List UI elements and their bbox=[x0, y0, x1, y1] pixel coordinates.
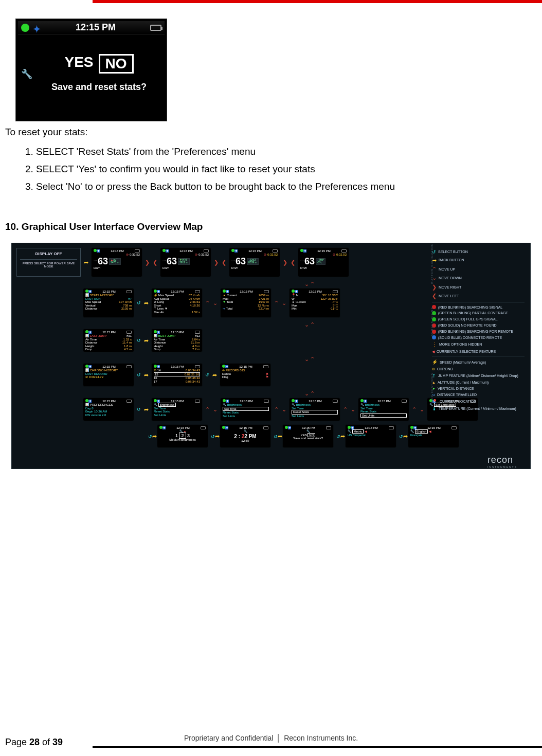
steps-list: SELECT 'Reset Stats' from the 'Preferenc… bbox=[36, 143, 537, 195]
battery-icon bbox=[150, 25, 161, 31]
back-icon: ➦ bbox=[144, 300, 149, 307]
preferences-tile: ✦12:15 PM 📊 PREFERENCES Day 8 Begin 10:2… bbox=[83, 398, 134, 421]
gps-temp-tile: ✦12:15 PM 📍 N 33° 18.385' W 122° 36.875'… bbox=[290, 289, 340, 317]
step-1: SELECT 'Reset Stats' from the 'Preferenc… bbox=[36, 143, 537, 160]
footer-text: Proprietary and Confidential│Recon Instr… bbox=[0, 734, 542, 742]
time-detail: ✦12:15 PM 🔧 2 : 22 PM 12HR bbox=[220, 425, 270, 447]
speed-tile-tmp: ✦12:15 PM ⊘ 0:32.52 〰 63 ↓TMP-7°c km/h bbox=[298, 248, 349, 277]
plus-icon: ✦ bbox=[33, 24, 41, 32]
gui-overview-map: DISPLAY OFF PRESS SELECT FOR POWER SAVE … bbox=[11, 243, 531, 469]
record-detail-tile: ✦12:15 PM ⊘ RECORD 015 Delete ✖ Flag ⚑ bbox=[220, 364, 270, 386]
speed-tile-alt: ✦12:15 PM ⊘ 0:32.52 〰 63 ▲ALT2473 m km/h bbox=[92, 248, 142, 277]
altitude-detail-tile: ✦12:15 PM ▲ Current 2053 m Max 2721 m ▼ … bbox=[221, 289, 271, 317]
stats-history-tile: ✦12:15 PM 📊 STATS HISTORY LAST RUN #7 Ma… bbox=[83, 289, 134, 317]
select-icon: ↺ bbox=[137, 300, 141, 305]
back-arrow-icon: ➦ bbox=[84, 259, 88, 266]
yes-option[interactable]: YES bbox=[64, 54, 93, 74]
units-detail: ✦12:15 PM 🔧 Metric ◀ US / Imperial bbox=[346, 425, 396, 447]
no-option[interactable]: NO bbox=[99, 54, 134, 74]
dialog-prompt: Save and reset stats? bbox=[51, 82, 147, 93]
brightness-detail: ✦12:15 PM 🔧 ▾ 1 2 3 Medium Brightness bbox=[157, 425, 208, 447]
wrench-icon: 🔧 bbox=[21, 68, 30, 78]
legend: BUTTON NAVIGATION ↺SELECT BUTTON ➦BACK B… bbox=[432, 249, 525, 413]
speed-tile-dist: ✦12:15 PM ⊘ 0:32.52 〰 63 ↝DIST8539 m km/… bbox=[229, 248, 280, 277]
section-heading: 10. Graphical User Interface Overview Ma… bbox=[5, 221, 537, 232]
best-jump-tile: ✦12:15 PM 📊 BEST JUMP #12 Air Time 2.04 … bbox=[152, 329, 202, 352]
gps-icon bbox=[21, 24, 29, 32]
settings-list-4: ✦12:15 PM 🔧 Brightness Set Time Reset St… bbox=[358, 398, 409, 421]
chevron-right-icon: ❯ bbox=[145, 259, 150, 266]
settings-list-3: ✦12:15 PM 🔧 Brightness Set Time Reset St… bbox=[290, 398, 340, 421]
language-detail: ✦12:15 PM 🔧 English ◀ Français bbox=[408, 425, 459, 447]
last-jump-tile: ✦12:15 PM 📊 LAST JUMP #31 Air Time 1.52 … bbox=[83, 329, 134, 352]
step-2: SELECT 'Yes' to confirm you would in fac… bbox=[36, 160, 537, 178]
reset-confirm-detail: ✦12:15 PM 🔧 YES NO Save and reset stats? bbox=[283, 425, 333, 447]
speed-tile-vrt: ✦12:15 PM ⊘ 0:32.52 〰 63 ▼VRT3912 m km/h bbox=[160, 248, 211, 277]
step-3: Select 'No' to or press the Back button … bbox=[36, 178, 537, 195]
settings-list-2: ✦12:15 PM 🔧 Brightness Set Time Reset St… bbox=[221, 398, 271, 421]
chrono-history-tile: ✦12:15 PM 📊 CHRONO HISTORY LAST RECORD ⊘… bbox=[83, 364, 134, 386]
stats-detail-tile: ✦12:15 PM ⚡ Max Speed 87 Km/h Avg Speed … bbox=[152, 289, 202, 317]
chevron-left-icon: ❮ bbox=[153, 259, 157, 266]
intro-text: To reset your stats: bbox=[5, 127, 537, 138]
settings-list-1: ✦12:15 PM 🔧 Brightness Set Time Reset St… bbox=[152, 398, 202, 421]
chrono-list-tile: ✦12:15 PM ⊘ 14 0:08:34.43 15 0:07:21.16 … bbox=[152, 364, 202, 386]
page-number: Page 28 of 39 bbox=[5, 737, 63, 748]
dialog-time: 12:15 PM bbox=[76, 22, 116, 33]
save-reset-dialog: ✦ 12:15 PM 🔧 YES NO Save and reset stats… bbox=[15, 19, 167, 121]
display-off-box: DISPLAY OFF PRESS SELECT FOR POWER SAVE … bbox=[16, 248, 81, 277]
recon-logo: recon INSTRUMENTS bbox=[487, 455, 517, 469]
